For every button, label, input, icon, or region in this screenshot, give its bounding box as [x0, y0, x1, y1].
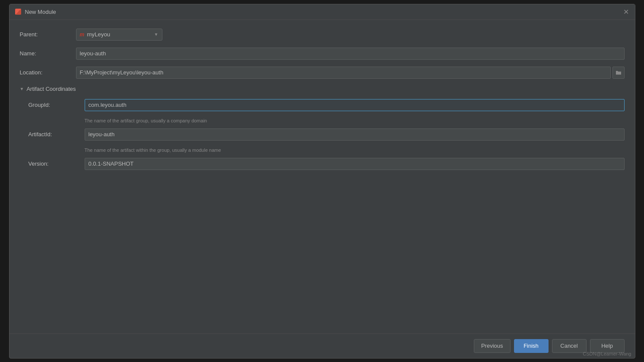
location-wrapper [76, 67, 625, 79]
dialog-title: New Module [25, 9, 56, 15]
groupid-hint: The name of the artifact group, usually … [85, 118, 625, 123]
parent-control-wrapper: m myLeyou ▼ [76, 29, 625, 41]
close-button[interactable]: ✕ [623, 8, 630, 15]
dialog-content: Parent: m myLeyou ▼ Name: Location: [10, 20, 635, 333]
app-icon-inner [15, 9, 21, 15]
maven-icon: m [80, 32, 85, 38]
parent-label: Parent: [20, 31, 76, 38]
previous-button[interactable]: Previous [474, 339, 511, 353]
new-module-dialog: New Module ✕ Parent: m myLeyou ▼ Name: [9, 4, 635, 359]
browse-button[interactable] [612, 67, 625, 79]
artifactid-input[interactable] [85, 128, 625, 141]
groupid-control-wrapper [85, 99, 625, 111]
parent-dropdown[interactable]: m myLeyou ▼ [76, 29, 162, 41]
artifact-section-header: ▼ Artifact Coordinates [20, 86, 625, 92]
version-row: Version: [29, 158, 625, 170]
artifactid-row: ArtifactId: [29, 128, 625, 141]
version-label: Version: [29, 160, 85, 167]
artifactid-hint: The name of the artifact within the grou… [85, 147, 625, 153]
version-control-wrapper [85, 158, 625, 170]
parent-row: Parent: m myLeyou ▼ [20, 29, 625, 41]
parent-value: myLeyou [87, 31, 110, 38]
dropdown-arrow-icon: ▼ [154, 32, 159, 37]
cancel-button[interactable]: Cancel [552, 339, 587, 353]
location-label: Location: [20, 69, 76, 76]
artifact-form: GroupId: The name of the artifact group,… [20, 99, 625, 170]
name-label: Name: [20, 50, 76, 57]
artifactid-control-wrapper [85, 128, 625, 141]
folder-icon [615, 70, 622, 75]
dialog-footer: Previous Finish Cancel Help [10, 333, 635, 358]
name-control-wrapper [76, 48, 625, 60]
title-bar: New Module ✕ [10, 4, 635, 20]
title-bar-left: New Module [15, 8, 56, 15]
collapse-arrow-icon[interactable]: ▼ [20, 86, 24, 91]
location-row: Location: [20, 67, 625, 79]
groupid-label: GroupId: [29, 102, 85, 108]
app-icon [15, 8, 22, 15]
location-input[interactable] [76, 67, 611, 79]
artifact-section-title: Artifact Coordinates [26, 86, 76, 92]
artifactid-label: ArtifactId: [29, 131, 85, 138]
version-input[interactable] [85, 158, 625, 170]
name-row: Name: [20, 48, 625, 60]
finish-button[interactable]: Finish [514, 339, 549, 353]
watermark: CSDN@Learner-Wang [583, 351, 631, 356]
groupid-row: GroupId: [29, 99, 625, 111]
name-input[interactable] [76, 48, 625, 60]
dialog-overlay: New Module ✕ Parent: m myLeyou ▼ Name: [0, 0, 644, 362]
groupid-input[interactable] [85, 99, 625, 111]
